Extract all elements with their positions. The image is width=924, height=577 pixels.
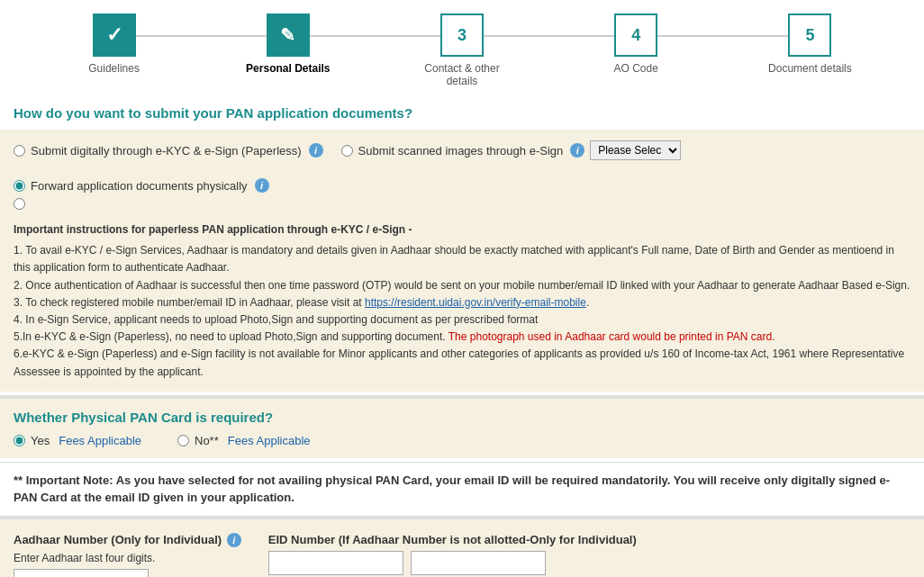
step-personal: Personal Details [201, 14, 375, 75]
step-contact-box: 3 [440, 14, 484, 57]
eid-inputs [268, 551, 637, 575]
yes-fees-label: Fees Applicable [59, 434, 141, 447]
instruction-5: 5.In e-KYC & e-Sign (Paperless), no need… [14, 329, 910, 346]
info-icon-esign[interactable]: i [570, 143, 584, 158]
instruction-3: 3. To check registered mobile number/ema… [14, 294, 910, 311]
step-document: 5 Document details [723, 14, 897, 75]
aadhaar-link[interactable]: https://resident.uidai.gov.in/verify-ema… [365, 296, 586, 309]
option-no-pan[interactable]: No** Fees Applicable [177, 434, 311, 447]
step-ao-number: 4 [631, 26, 640, 45]
option-esign[interactable]: Submit scanned images through e-Sign i P… [341, 140, 682, 160]
aadhaar-label: Aadhaar Number (Only for Individual) i [14, 533, 241, 547]
info-icon-ekyc[interactable]: i [309, 143, 323, 158]
submission-radio-row: Submit digitally through e-KYC & e-Sign … [14, 140, 910, 193]
step-document-number: 5 [805, 26, 814, 45]
check-icon [106, 23, 122, 47]
eid-input-1[interactable] [268, 551, 403, 575]
pan-radio-row: Yes Fees Applicable No** Fees Applicable [14, 434, 910, 447]
label-esign: Submit scanned images through e-Sign [358, 144, 564, 158]
option-physical[interactable]: Forward application documents physically… [14, 178, 269, 193]
radio-ekyc[interactable] [14, 145, 25, 157]
step-personal-box [267, 14, 310, 57]
step-line-3 [462, 35, 636, 37]
aadhaar-sublabel: Enter Aadhaar last four digits. [14, 552, 241, 564]
step-line-2 [288, 35, 462, 37]
radio-no-pan[interactable] [177, 435, 189, 446]
eid-input-2[interactable] [411, 551, 546, 575]
step-ao-label: AO Code [614, 62, 658, 75]
instructions-text: Important instructions for paperless PAN… [14, 221, 910, 381]
aadhaar-input[interactable] [14, 569, 149, 577]
label-no-pan: No** [195, 434, 219, 447]
step-line-4 [636, 35, 810, 37]
radio-esign[interactable] [341, 145, 353, 157]
aadhaar-field-group: Aadhaar Number (Only for Individual) i E… [14, 533, 241, 577]
aadhaar-section: Aadhaar Number (Only for Individual) i E… [0, 519, 924, 577]
info-icon-aadhaar[interactable]: i [227, 533, 241, 547]
pan-question: Whether Physical PAN Card is required? [14, 410, 910, 425]
note-text-content: ** Important Note: As you have selected … [14, 473, 890, 505]
page-question: How do you want to submit your PAN appli… [0, 96, 924, 130]
step-guidelines: Guidelines [27, 14, 201, 75]
highlight-text: The photograph used in Aadhaar card woul… [448, 330, 775, 343]
instruction-1: 1. To avail e-KYC / e-Sign Services, Aad… [14, 242, 910, 276]
option-yes-pan[interactable]: Yes Fees Applicable [14, 434, 141, 447]
step-line [114, 35, 288, 37]
instruction-4: 4. In e-Sign Service, applicant needs to… [14, 311, 910, 329]
esign-select[interactable]: Please Selec [590, 140, 681, 160]
radio-yes-pan[interactable] [14, 435, 25, 446]
steps-container: Guidelines Personal Details 3 Contact & … [0, 0, 924, 96]
step-contact: 3 Contact & other details [375, 14, 548, 87]
option-ekyc[interactable]: Submit digitally through e-KYC & e-Sign … [14, 143, 323, 158]
step-guidelines-label: Guidelines [88, 62, 140, 75]
eid-label: EID Number (If Aadhaar Number is not all… [268, 533, 637, 546]
instructions-title: Important instructions for paperless PAN… [14, 221, 910, 239]
eid-field-group: EID Number (If Aadhaar Number is not all… [268, 533, 637, 575]
pan-card-section: Whether Physical PAN Card is required? Y… [0, 399, 924, 458]
label-yes-pan: Yes [31, 434, 50, 447]
step-contact-label: Contact & other details [417, 62, 507, 87]
submission-options-section: Submit digitally through e-KYC & e-Sign … [0, 130, 924, 392]
step-contact-number: 3 [457, 26, 467, 45]
note-section: ** Important Note: As you have selected … [0, 463, 924, 516]
step-guidelines-box [93, 14, 136, 57]
instruction-2: 2. Once authentication of Aadhaar is suc… [14, 277, 910, 294]
step-document-box: 5 [788, 14, 831, 57]
label-physical: Forward application documents physically [31, 179, 248, 193]
info-icon-physical[interactable]: i [255, 178, 269, 193]
edit-icon [280, 24, 295, 46]
step-ao: 4 AO Code [549, 14, 723, 75]
instruction-6: 6.e-KYC & e-Sign (Paperless) and e-Sign … [14, 346, 910, 380]
note-text: ** Important Note: As you have selected … [14, 472, 910, 507]
step-personal-label: Personal Details [246, 62, 330, 75]
step-document-label: Document details [768, 62, 852, 75]
step-ao-box: 4 [614, 14, 657, 57]
radio-extra[interactable] [14, 198, 25, 210]
radio-physical[interactable] [14, 180, 25, 192]
label-ekyc: Submit digitally through e-KYC & e-Sign … [31, 144, 302, 158]
no-fees-label: Fees Applicable [228, 434, 311, 447]
